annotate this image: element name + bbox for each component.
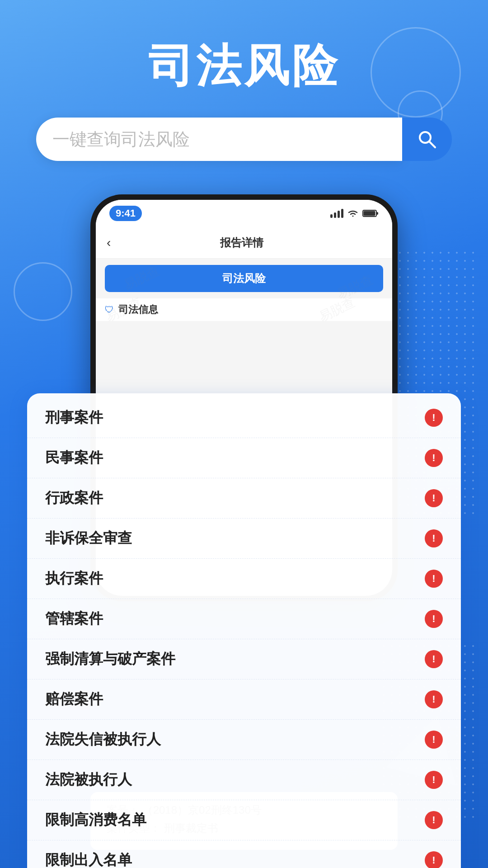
list-item[interactable]: 民事案件!: [27, 438, 461, 478]
list-item-label: 行政案件: [45, 488, 103, 508]
floating-list-card: 刑事案件!民事案件!行政案件!非诉保全审查!执行案件!管辖案件!强制清算与破产案…: [27, 393, 461, 868]
shield-icon: 🛡: [105, 305, 114, 315]
signal-icon: [330, 209, 343, 218]
search-icon: [416, 128, 438, 150]
svg-rect-3: [364, 211, 375, 216]
alert-badge: !: [425, 690, 443, 708]
alert-badge: !: [425, 570, 443, 588]
list-item[interactable]: 强制清算与破产案件!: [27, 639, 461, 679]
page-title: 司法风险: [0, 36, 488, 97]
alert-badge: !: [425, 529, 443, 547]
alert-badge: !: [425, 409, 443, 427]
alert-badge: !: [425, 449, 443, 467]
section-title: 司法信息: [118, 303, 158, 316]
phone-tab-button[interactable]: 司法风险: [105, 265, 383, 292]
search-input-wrapper[interactable]: 一键查询司法风险: [36, 118, 402, 161]
list-item-label: 法院失信被执行人: [45, 730, 161, 750]
status-icons: [330, 209, 379, 218]
status-time: 9:41: [109, 206, 142, 221]
list-item[interactable]: 法院被执行人!: [27, 760, 461, 800]
back-button[interactable]: ‹: [107, 236, 111, 250]
search-placeholder: 一键查询司法风险: [52, 128, 190, 151]
alert-badge: !: [425, 731, 443, 749]
list-item[interactable]: 赔偿案件!: [27, 679, 461, 720]
section-header: 🛡 司法信息: [96, 298, 392, 321]
list-item[interactable]: 法院失信被执行人!: [27, 720, 461, 760]
alert-badge: !: [425, 771, 443, 789]
list-item[interactable]: 限制出入名单!: [27, 840, 461, 868]
list-item[interactable]: 执行案件!: [27, 559, 461, 599]
list-item-label: 限制高消费名单: [45, 810, 146, 830]
list-item[interactable]: 限制高消费名单!: [27, 800, 461, 840]
wifi-icon: [347, 209, 359, 218]
list-item[interactable]: 行政案件!: [27, 478, 461, 519]
search-bar: 一键查询司法风险: [36, 118, 452, 161]
list-item-label: 法院被执行人: [45, 770, 132, 790]
list-item-label: 刑事案件: [45, 408, 103, 428]
alert-badge: !: [425, 610, 443, 628]
list-item[interactable]: 刑事案件!: [27, 398, 461, 438]
search-button[interactable]: [402, 118, 452, 161]
svg-rect-4: [376, 212, 378, 215]
list-item-label: 民事案件: [45, 448, 103, 468]
status-bar: 9:41: [96, 200, 392, 227]
alert-badge: !: [425, 811, 443, 829]
list-item-label: 执行案件: [45, 569, 103, 589]
list-item-label: 管辖案件: [45, 609, 103, 629]
list-item-label: 赔偿案件: [45, 689, 103, 709]
alert-badge: !: [425, 650, 443, 668]
list-item[interactable]: 非诉保全审查!: [27, 519, 461, 559]
svg-line-1: [429, 142, 435, 147]
nav-title: 报告详情: [120, 236, 363, 250]
list-item-label: 非诉保全审查: [45, 528, 132, 548]
battery-icon: [362, 209, 379, 218]
list-item[interactable]: 管辖案件!: [27, 599, 461, 639]
list-item-label: 强制清算与破产案件: [45, 649, 175, 669]
alert-badge: !: [425, 851, 443, 868]
alert-badge: !: [425, 489, 443, 507]
bg-circle-left: [14, 262, 72, 321]
nav-bar: ‹ 报告详情: [96, 227, 392, 259]
list-item-label: 限制出入名单: [45, 850, 132, 868]
